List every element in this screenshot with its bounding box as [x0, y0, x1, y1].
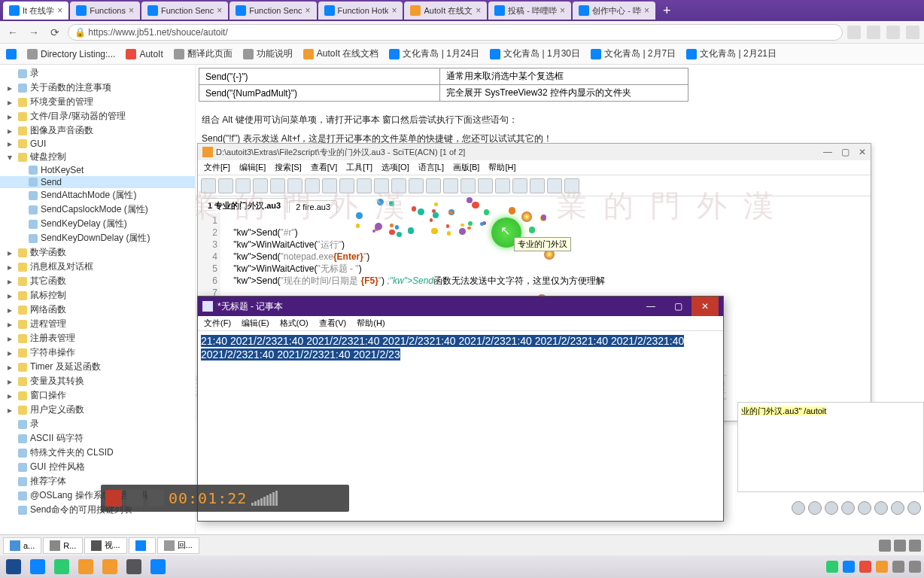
taskbar-item[interactable]: R... [43, 537, 83, 554]
task-item[interactable] [147, 558, 169, 576]
toolbar-button[interactable] [495, 178, 510, 193]
tray-ime-icon[interactable] [843, 561, 855, 573]
tree-item[interactable]: ▸窗口操作 [0, 388, 195, 403]
tree-item[interactable]: 录 [0, 66, 195, 81]
tray-icon[interactable] [879, 540, 891, 552]
scite-output-pane[interactable]: 业的门外汉.au3" /autoit [737, 402, 924, 492]
browser-tab[interactable]: 创作中心 - 哔× [573, 2, 655, 20]
bookmark-item[interactable]: 文化青岛 | 1月24日 [389, 47, 479, 60]
scite-titlebar[interactable]: D:\autoit3\Extras\File2script\专业的门外汉.au3… [198, 144, 871, 160]
toolbar-button[interactable] [426, 178, 441, 193]
tree-item[interactable]: ▸GUI [0, 138, 195, 150]
expand-icon[interactable]: ▸ [8, 319, 15, 330]
notepad-menubar[interactable]: 文件(F)编辑(E)格式(O)查看(V)帮助(H) [198, 316, 723, 331]
scite-toolbar[interactable]: 专业的门外汉 [198, 175, 871, 196]
expand-icon[interactable]: ▸ [8, 362, 15, 373]
forward-button[interactable]: → [26, 24, 42, 41]
toolbar-button[interactable] [305, 178, 320, 193]
tree-item[interactable]: ▸网络函数 [0, 303, 195, 317]
screen-recorder-bar[interactable]: 00:01:22 [101, 485, 349, 512]
tree-item[interactable]: ▸图像及声音函数 [0, 123, 195, 138]
browser-tab[interactable]: Function Hotk× [318, 2, 403, 20]
toolbar-button[interactable] [236, 178, 251, 193]
tray-network-icon[interactable] [892, 561, 904, 573]
tree-item[interactable]: SendKeyDownDelay (属性) [0, 231, 195, 245]
status-icon[interactable] [825, 501, 838, 515]
taskbar-item[interactable] [129, 537, 156, 554]
task-item[interactable] [27, 558, 48, 576]
task-item[interactable] [51, 558, 72, 576]
toolbar-button[interactable] [322, 178, 337, 193]
tray-icon[interactable] [876, 561, 888, 573]
close-tab-icon[interactable]: × [217, 5, 222, 16]
tree-item[interactable]: ▸进程管理 [0, 317, 195, 331]
menu-item[interactable]: 文件[F] [204, 162, 230, 173]
bookmark-item[interactable]: AutoIt [126, 47, 163, 60]
browser-tab[interactable]: It 在线学× [3, 2, 68, 20]
expand-icon[interactable]: ▸ [8, 276, 15, 287]
file-tab[interactable]: 1 专业的门外汉.au3 [201, 198, 287, 213]
minimize-button[interactable]: — [823, 147, 832, 157]
expand-icon[interactable]: ▸ [8, 333, 15, 344]
status-icon[interactable] [808, 501, 822, 515]
tray-volume-icon[interactable] [909, 561, 921, 573]
browser-tab[interactable]: Function Senc× [141, 2, 228, 20]
star-icon[interactable] [847, 26, 861, 39]
translate-icon[interactable] [867, 26, 880, 39]
close-tab-icon[interactable]: × [560, 5, 565, 16]
close-tab-icon[interactable]: × [476, 5, 481, 16]
menu-item[interactable]: 选项[O] [381, 162, 409, 173]
bookmark-item[interactable]: 文化青岛 | 1月30日 [490, 47, 580, 60]
stop-record-button[interactable] [105, 490, 122, 507]
menu-item[interactable]: 搜索[S] [275, 162, 301, 173]
menu-item[interactable]: 查看(V) [319, 318, 347, 329]
menu-item[interactable]: 帮助[H] [488, 162, 515, 173]
menu-item[interactable]: 文件(F) [204, 318, 231, 329]
toolbar-button[interactable] [443, 178, 458, 193]
expand-icon[interactable]: ▸ [8, 305, 15, 315]
file-tab[interactable]: 2 fire.au3 [289, 200, 337, 213]
close-tab-icon[interactable]: × [57, 5, 62, 16]
pause-record-button[interactable] [126, 490, 143, 507]
toolbar-button[interactable] [547, 178, 562, 193]
doc-tree-sidebar[interactable]: 录▸关于函数的注意事项▸环境变量的管理▸文件/目录/驱动器的管理▸图像及声音函数… [0, 65, 196, 548]
status-icon[interactable] [841, 501, 855, 515]
reload-button[interactable]: ⟳ [47, 24, 63, 41]
extension-icon[interactable] [886, 26, 900, 39]
tree-item[interactable]: Send [0, 176, 195, 188]
status-icon[interactable] [907, 501, 921, 515]
tree-item[interactable]: ▸数学函数 [0, 245, 195, 260]
expand-icon[interactable]: ▸ [8, 348, 15, 358]
menu-item[interactable]: 编辑[E] [239, 162, 266, 173]
expand-icon[interactable]: ▸ [8, 111, 15, 122]
tray-icon[interactable] [894, 540, 906, 552]
bookmark-item[interactable]: 功能说明 [243, 47, 293, 60]
browser-tab[interactable]: Function Senc× [229, 2, 316, 20]
url-input[interactable]: 🔒 https://www.jb51.net/shouce/autoit/ [68, 24, 843, 41]
close-button[interactable]: ✕ [691, 297, 719, 316]
toolbar-button[interactable] [253, 178, 268, 193]
expand-icon[interactable]: ▸ [8, 376, 15, 387]
task-item[interactable] [75, 558, 96, 576]
minimize-button[interactable]: — [637, 297, 664, 316]
toolbar-button[interactable] [409, 178, 424, 193]
toolbar-button[interactable] [512, 178, 527, 193]
tree-item[interactable]: ▸用户定义函数 [0, 403, 195, 417]
tree-item[interactable]: ▸关于函数的注意事项 [0, 81, 195, 95]
tree-item[interactable]: 特殊文件夹的 CLSID [0, 446, 195, 460]
tree-item[interactable]: GUI 控件风格 [0, 460, 195, 474]
tray-icon[interactable] [859, 561, 871, 573]
maximize-button[interactable]: ▢ [664, 297, 691, 316]
tree-item[interactable]: ▸其它函数 [0, 274, 195, 288]
scite-menubar[interactable]: 文件[F]编辑[E]搜索[S]查看[V]工具[T]选项[O]语言[L]画版[B]… [198, 160, 871, 175]
tree-item[interactable]: HotKeySet [0, 164, 195, 176]
browser-tab[interactable]: AutoIt 在线文× [404, 2, 487, 20]
notepad-textarea[interactable]: 21:40 2021/2/2321:40 2021/2/2321:40 2021… [198, 331, 723, 364]
record-settings-button[interactable] [147, 490, 164, 507]
tray-icon[interactable] [909, 540, 921, 552]
toolbar-button[interactable] [270, 178, 285, 193]
bookmark-item[interactable]: 文化青岛 | 2月21日 [686, 47, 777, 60]
menu-item[interactable]: 帮助(H) [357, 318, 384, 329]
close-tab-icon[interactable]: × [305, 5, 311, 16]
toolbar-button[interactable] [218, 178, 233, 193]
